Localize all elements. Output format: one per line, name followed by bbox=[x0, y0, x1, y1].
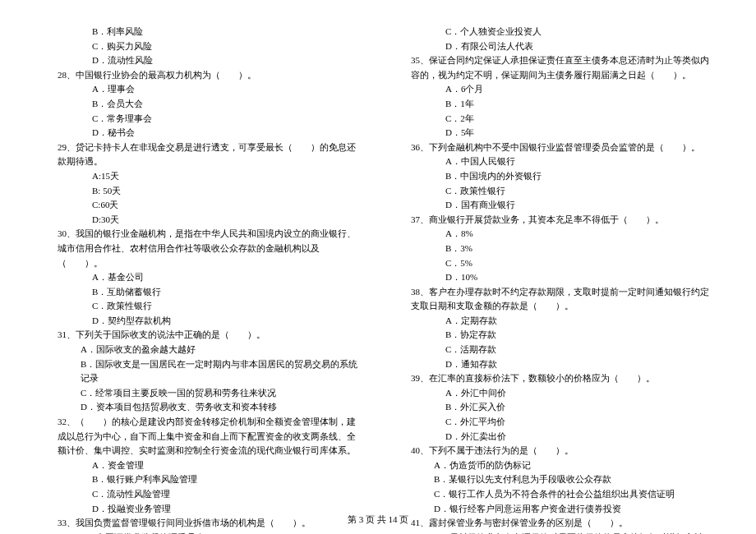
page-footer: 第 3 页 共 14 页 bbox=[0, 513, 756, 526]
option-text: C．购买力风险 bbox=[41, 39, 362, 54]
option-text: A．理事会 bbox=[41, 82, 362, 97]
question-29: 29、贷记卡持卡人在非现金交易是进行透支，可享受最长（ ）的免息还款期待遇。 bbox=[41, 140, 362, 169]
option-text: C．外汇平均价 bbox=[394, 415, 715, 430]
question-38: 38、客户在办理存款时不约定存款期限，支取时提前一定时间通知银行约定支取日期和支… bbox=[394, 285, 715, 314]
option-text: D．资本项目包括贸易收支、劳务收支和资本转移 bbox=[41, 400, 362, 415]
option-text: C．常务理事会 bbox=[41, 112, 362, 127]
question-28: 28、中国银行业协会的最高权力机构为（ ）。 bbox=[41, 68, 362, 83]
question-31: 31、下列关于国际收支的说法中正确的是（ ）。 bbox=[41, 328, 362, 343]
option-text: D．秘书会 bbox=[41, 126, 362, 140]
option-text: D:30天 bbox=[41, 213, 362, 228]
option-text: A．伪造货币的防伪标记 bbox=[394, 458, 715, 473]
option-text: D．5年 bbox=[394, 126, 715, 140]
question-37: 37、商业银行开展贷款业务，其资本充足率不得低于（ ）。 bbox=[394, 213, 715, 228]
option-text: A．8% bbox=[394, 227, 715, 242]
option-text: D．外汇卖出价 bbox=[394, 430, 715, 444]
option-text: A．资金管理 bbox=[41, 458, 362, 473]
option-text: C．政策性银行 bbox=[394, 184, 715, 199]
question-36: 36、下列金融机构中不受中国银行业监督管理委员会监管的是（ ）。 bbox=[394, 140, 715, 155]
option-text: B．利率风险 bbox=[41, 25, 362, 39]
option-text: A：露封保管业务在办理保管时需要将保管物品交给银行时进行密封，注明保管期限、名称… bbox=[394, 531, 715, 534]
question-30: 30、我国的银行业金融机构，是指在中华人民共和国境内设立的商业银行、城市信用合作… bbox=[41, 227, 362, 270]
option-text: D．10% bbox=[394, 270, 715, 285]
option-text: B．3% bbox=[394, 242, 715, 256]
question-39: 39、在汇率的直接标价法下，数额较小的价格应为（ ）。 bbox=[394, 371, 715, 386]
option-text: B: 50天 bbox=[41, 184, 362, 199]
option-text: B．1年 bbox=[394, 97, 715, 112]
option-text: D．流动性风险 bbox=[41, 53, 362, 68]
question-40: 40、下列不属于违法行为的是（ ）。 bbox=[394, 444, 715, 458]
option-text: D．通知存款 bbox=[394, 357, 715, 372]
option-text: A:15天 bbox=[41, 169, 362, 184]
option-text: C．政策性银行 bbox=[41, 299, 362, 314]
option-text: C．活期存款 bbox=[394, 343, 715, 357]
option-text: C．2年 bbox=[394, 112, 715, 127]
option-text: A．基金公司 bbox=[41, 270, 362, 285]
option-text: C．5% bbox=[394, 256, 715, 271]
option-text: C:60天 bbox=[41, 198, 362, 213]
option-text: B．中国境内的外资银行 bbox=[394, 169, 715, 184]
option-text: C．个人独资企业投资人 bbox=[394, 25, 715, 39]
option-text: A．6个月 bbox=[394, 82, 715, 97]
option-text: C．流动性风险管理 bbox=[41, 487, 362, 502]
option-text: C．经常项目主要反映一国的贸易和劳务往来状况 bbox=[41, 386, 362, 401]
option-text: B．国际收支是一国居民在一定时期内与非本国居民的贸易交易的系统记录 bbox=[41, 357, 362, 386]
document-columns: B．利率风险 C．购买力风险 D．流动性风险 28、中国银行业协会的最高权力机构… bbox=[41, 25, 715, 501]
option-text: C．银行工作人员为不符合条件的社会公益组织出具资信证明 bbox=[394, 487, 715, 502]
option-text: D．契约型存款机构 bbox=[41, 314, 362, 329]
option-text: D．国有商业银行 bbox=[394, 198, 715, 213]
option-text: B．协定存款 bbox=[394, 328, 715, 343]
option-text: B．会员大会 bbox=[41, 97, 362, 112]
left-column: B．利率风险 C．购买力风险 D．流动性风险 28、中国银行业协会的最高权力机构… bbox=[41, 25, 362, 501]
question-32: 32、（ ）的核心是建设内部资金转移定价机制和全额资金管理体制，建成以总行为中心… bbox=[41, 415, 362, 458]
option-text: B．互助储蓄银行 bbox=[41, 285, 362, 300]
option-text: D．有限公司法人代表 bbox=[394, 39, 715, 54]
option-text: A．外汇中间价 bbox=[394, 386, 715, 401]
question-35: 35、保证合同约定保证人承担保证责任直至主债务本息还清时为止等类似内容的，视为约… bbox=[394, 53, 715, 82]
option-text: A．中国人民银行 bbox=[394, 154, 715, 169]
right-column: C．个人独资企业投资人 D．有限公司法人代表 35、保证合同约定保证人承担保证责… bbox=[394, 25, 715, 501]
option-text: A．中国证券业监督管理委员会 bbox=[41, 531, 362, 534]
option-text: A．国际收支的盈余越大越好 bbox=[41, 343, 362, 357]
option-text: B．银行账户利率风险管理 bbox=[41, 472, 362, 487]
option-text: B．某银行以先支付利息为手段吸收公众存款 bbox=[394, 472, 715, 487]
option-text: B．外汇买入价 bbox=[394, 400, 715, 415]
option-text: A．定期存款 bbox=[394, 314, 715, 329]
